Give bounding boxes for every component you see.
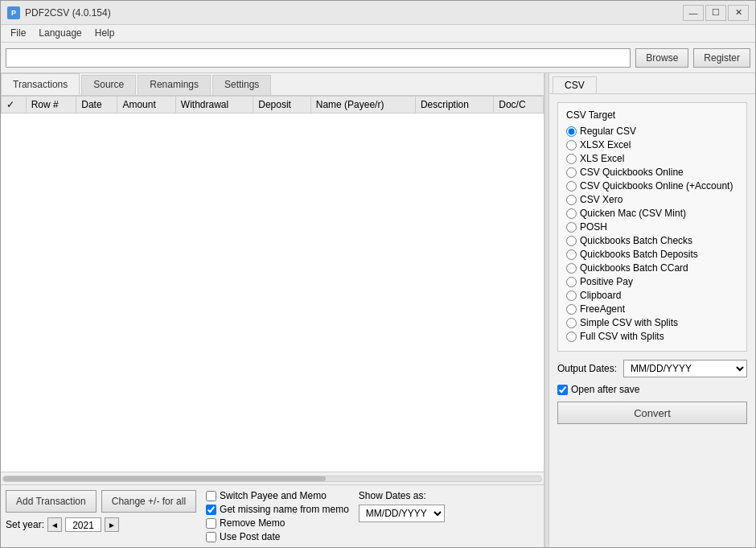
option-posh: POSH [566, 221, 738, 233]
use-post-date-checkbox[interactable] [206, 532, 216, 542]
radio-csv-qbo-account[interactable] [566, 181, 577, 192]
label-quicken-mac: Quicken Mac (CSV Mint) [580, 208, 686, 219]
show-dates-select[interactable]: MM/DD/YYYY DD/MM/YYYY YYYY/MM/DD [359, 505, 445, 522]
label-full-csv-splits: Full CSV with Splits [580, 331, 664, 342]
file-path-input[interactable] [6, 48, 631, 68]
convert-button[interactable]: Convert [557, 402, 747, 424]
label-qb-batch-checks: Quickbooks Batch Checks [580, 235, 692, 246]
use-post-date-label: Use Post date [220, 531, 280, 542]
browse-button[interactable]: Browse [635, 48, 688, 68]
option-freeagent: FreeAgent [566, 303, 738, 315]
tab-settings[interactable]: Settings [212, 75, 271, 95]
horizontal-scrollbar[interactable] [1, 472, 544, 484]
option-quicken-mac: Quicken Mac (CSV Mint) [566, 208, 738, 219]
label-csv-qbo: CSV Quickbooks Online [580, 167, 684, 178]
radio-simple-csv-splits[interactable] [566, 318, 577, 328]
right-tabs: CSV [549, 73, 755, 94]
option-full-csv-splits: Full CSV with Splits [566, 331, 738, 342]
csv-target-group: CSV Target Regular CSV XLSX Excel XLS Ex… [557, 102, 747, 352]
radio-csv-qbo[interactable] [566, 167, 577, 178]
toolbar: Browse Register [1, 43, 755, 73]
col-name: Name (Payee/r) [310, 97, 415, 113]
radio-positive-pay[interactable] [566, 277, 577, 287]
radio-qb-batch-deposits[interactable] [566, 249, 577, 260]
year-value: 2021 [65, 517, 101, 532]
get-missing-name-checkbox[interactable] [206, 505, 216, 515]
csv-target-title: CSV Target [566, 109, 738, 121]
menu-help[interactable]: Help [88, 27, 121, 40]
option-qb-batch-deposits: Quickbooks Batch Deposits [566, 249, 738, 260]
radio-full-csv-splits[interactable] [566, 332, 577, 342]
output-dates-label: Output Dates: [557, 363, 617, 374]
output-dates-select[interactable]: MM/DD/YYYY DD/MM/YYYY YYYY/MM/DD [623, 360, 747, 377]
option-clipboard: Clipboard [566, 290, 738, 301]
add-transaction-button[interactable]: Add Transaction [6, 490, 97, 513]
label-positive-pay: Positive Pay [580, 276, 633, 287]
window-controls: — ☐ ✕ [683, 5, 749, 21]
app-icon: P [7, 6, 20, 19]
option-csv-xero: CSV Xero [566, 194, 738, 205]
year-next-button[interactable]: ► [105, 517, 119, 532]
radio-freeagent[interactable] [566, 304, 577, 315]
use-post-date-row: Use Post date [206, 531, 349, 542]
open-after-save-row: Open after save [557, 384, 747, 395]
option-csv-qbo-account: CSV Quickbooks Online (+Account) [566, 180, 738, 192]
col-date: Date [76, 97, 117, 113]
radio-quicken-mac[interactable] [566, 208, 577, 219]
radio-xls-excel[interactable] [566, 154, 577, 164]
remove-memo-checkbox[interactable] [206, 518, 216, 529]
tab-source[interactable]: Source [81, 75, 136, 95]
scrollbar-track [2, 476, 542, 482]
radio-qb-batch-ccard[interactable] [566, 263, 577, 274]
option-xlsx-excel: XLSX Excel [566, 139, 738, 150]
tab-transactions[interactable]: Transactions [1, 73, 80, 95]
col-withdrawal: Withdrawal [175, 97, 253, 113]
title-bar: P PDF2CSV (4.0.154) — ☐ ✕ [1, 1, 755, 25]
switch-payee-row: Switch Payee and Memo [206, 490, 349, 501]
option-regular-csv: Regular CSV [566, 126, 738, 137]
window-title: PDF2CSV (4.0.154) [25, 7, 111, 19]
menu-language[interactable]: Language [32, 27, 88, 40]
year-prev-button[interactable]: ◄ [47, 517, 62, 532]
radio-posh[interactable] [566, 222, 577, 233]
label-simple-csv-splits: Simple CSV with Splits [580, 317, 678, 328]
col-check: ✓ [2, 97, 27, 113]
open-after-save-label: Open after save [571, 384, 639, 395]
show-dates-area: Show Dates as: MM/DD/YYYY DD/MM/YYYY YYY… [359, 490, 445, 522]
options-checkboxes: Switch Payee and Memo Get missing name f… [206, 490, 349, 542]
radio-clipboard[interactable] [566, 290, 577, 301]
col-row: Row # [26, 97, 76, 113]
bottom-buttons: Add Transaction Change +/- for all [6, 490, 196, 513]
col-deposit: Deposit [253, 97, 311, 113]
get-missing-name-label: Get missing name from memo [220, 504, 349, 515]
main-content: Transactions Source Renamings Settings ✓… [1, 73, 755, 547]
label-posh: POSH [580, 221, 607, 233]
right-panel: CSV CSV Target Regular CSV XLSX Excel [549, 73, 755, 547]
label-clipboard: Clipboard [580, 290, 621, 301]
switch-payee-checkbox[interactable] [206, 491, 216, 501]
option-simple-csv-splits: Simple CSV with Splits [566, 317, 738, 328]
remove-memo-label: Remove Memo [220, 517, 285, 529]
tab-csv[interactable]: CSV [553, 76, 597, 93]
radio-qb-batch-checks[interactable] [566, 236, 577, 246]
year-control: Set year: ◄ 2021 ► [6, 517, 196, 532]
change-plus-minus-button[interactable]: Change +/- for all [101, 490, 196, 513]
radio-regular-csv[interactable] [566, 126, 577, 137]
set-year-label: Set year: [6, 519, 44, 530]
radio-xlsx-excel[interactable] [566, 140, 577, 150]
menu-file[interactable]: File [4, 27, 32, 40]
minimize-button[interactable]: — [683, 5, 704, 21]
transactions-table-container[interactable]: ✓ Row # Date Amount Withdrawal Deposit N… [1, 96, 544, 472]
radio-csv-xero[interactable] [566, 195, 577, 205]
label-xlsx-excel: XLSX Excel [580, 139, 631, 150]
col-amount: Amount [117, 97, 175, 113]
maximize-button[interactable]: ☐ [705, 5, 726, 21]
open-after-save-checkbox[interactable] [557, 385, 568, 395]
scrollbar-thumb[interactable] [3, 476, 326, 481]
title-bar-left: P PDF2CSV (4.0.154) [7, 6, 111, 19]
close-button[interactable]: ✕ [728, 5, 749, 21]
register-button[interactable]: Register [693, 48, 750, 68]
col-doc: Doc/C [494, 97, 544, 113]
main-window: P PDF2CSV (4.0.154) — ☐ ✕ File Language … [0, 0, 756, 548]
tab-renamings[interactable]: Renamings [138, 75, 211, 95]
